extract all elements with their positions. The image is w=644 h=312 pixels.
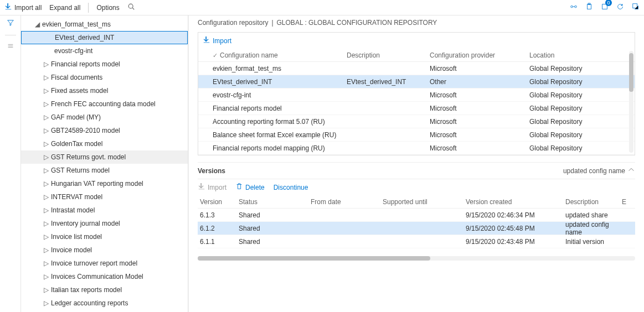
- col-version-description[interactable]: Description: [565, 198, 622, 206]
- tree-label: Fixed assets model: [51, 87, 108, 95]
- cell-provider: Microsoft: [430, 65, 529, 72]
- list-icon[interactable]: [7, 42, 14, 51]
- versions-delete-button[interactable]: Delete: [235, 183, 265, 192]
- tree-item[interactable]: evostr-cfg-int: [21, 44, 188, 58]
- chevron-right-icon[interactable]: ▷: [42, 220, 50, 227]
- table-row[interactable]: 6.1.3 Shared 9/15/2020 02:46:34 PM updat…: [198, 209, 635, 222]
- repo-import-button[interactable]: Import: [203, 36, 231, 45]
- link-icon[interactable]: [570, 3, 578, 12]
- cell-config-name: Balance sheet format Excel example (RU): [203, 131, 347, 139]
- versions-delete-label: Delete: [245, 184, 265, 191]
- notification-icon[interactable]: [601, 3, 609, 12]
- col-version-created[interactable]: Version created: [466, 198, 565, 206]
- tree-item[interactable]: ◢evkien_format_test_ms: [21, 18, 188, 31]
- chevron-right-icon[interactable]: ▷: [42, 100, 50, 108]
- col-version[interactable]: Version: [200, 198, 239, 206]
- horizontal-scrollbar[interactable]: [198, 256, 635, 261]
- tree-item[interactable]: ▷Financial reports model: [21, 58, 188, 71]
- table-row[interactable]: Balance sheet format Excel example (RU) …: [198, 128, 635, 142]
- chevron-right-icon[interactable]: ▷: [42, 193, 50, 201]
- chevron-right-icon[interactable]: ▷: [42, 286, 50, 294]
- scroll-thumb[interactable]: [629, 53, 633, 92]
- tree: ◢evkien_format_test_msEVtest_derived_INT…: [21, 18, 188, 312]
- chevron-right-icon[interactable]: ▷: [42, 167, 50, 174]
- versions-import-button[interactable]: Import: [198, 183, 226, 192]
- chevron-right-icon[interactable]: ▷: [42, 113, 50, 121]
- tree-item[interactable]: ▷French FEC accounting data model: [21, 97, 188, 111]
- expand-all-button[interactable]: Expand all: [49, 4, 80, 12]
- tree-label: Intrastat model: [51, 206, 95, 214]
- tree-item[interactable]: ▷Invoices Communication Model: [21, 270, 188, 283]
- cell-version-created: 9/15/2020 02:43:48 PM: [466, 238, 565, 246]
- chevron-right-icon[interactable]: ▷: [42, 153, 50, 161]
- tree-item[interactable]: ▷INTERVAT model: [21, 190, 188, 204]
- col-e[interactable]: E: [622, 198, 633, 206]
- versions-title: Versions: [198, 167, 225, 175]
- table-row[interactable]: 6.1.1 Shared 9/15/2020 02:43:48 PM Initi…: [198, 235, 635, 248]
- tree-item[interactable]: ▷Invoice turnover report model: [21, 257, 188, 270]
- chevron-right-icon[interactable]: ▷: [42, 259, 50, 267]
- tree-item[interactable]: ▷Italian tax reports model: [21, 283, 188, 297]
- cell-provider: Microsoft: [430, 144, 529, 152]
- table-row[interactable]: evkien_format_test_ms Microsoft Global R…: [198, 62, 635, 75]
- clipboard-icon[interactable]: [585, 3, 593, 12]
- chevron-right-icon[interactable]: ▷: [42, 206, 50, 214]
- tree-item[interactable]: ▷Intrastat model: [21, 204, 188, 217]
- chevron-right-icon[interactable]: ▷: [42, 299, 50, 307]
- search-button[interactable]: [127, 3, 135, 12]
- repo-breadcrumb: Configuration repository | GLOBAL : GLOB…: [189, 15, 644, 30]
- import-all-button[interactable]: Import all: [4, 3, 42, 12]
- col-location[interactable]: Location: [529, 51, 630, 59]
- tree-item[interactable]: ▷Inventory journal model: [21, 217, 188, 230]
- col-description[interactable]: Description: [347, 51, 430, 59]
- table-row[interactable]: Financial reports model mapping (RU) Mic…: [198, 142, 635, 155]
- chevron-down-icon[interactable]: ◢: [33, 20, 41, 28]
- tree-item[interactable]: ▷Invoice list model: [21, 230, 188, 243]
- tree-item[interactable]: ▷Ledger accounting reports: [21, 297, 188, 310]
- table-row[interactable]: Accounting reporting format 5.07 (RU) Mi…: [198, 115, 635, 128]
- chevron-right-icon[interactable]: ▷: [42, 273, 50, 280]
- left-rail: [0, 15, 21, 312]
- col-provider[interactable]: Configuration provider: [430, 51, 529, 59]
- versions-discontinue-button[interactable]: Discontinue: [274, 183, 308, 192]
- tree-item[interactable]: ▷Invoice model: [21, 243, 188, 257]
- col-from-date[interactable]: From date: [311, 198, 383, 206]
- filter-icon[interactable]: [7, 19, 14, 28]
- table-row[interactable]: evostr-cfg-int Microsoft Global Reposito…: [198, 89, 635, 102]
- chevron-right-icon[interactable]: ▷: [42, 87, 50, 95]
- chevron-right-icon[interactable]: ▷: [42, 246, 50, 254]
- tree-item[interactable]: ▷Letter of credit model: [21, 310, 188, 312]
- col-status[interactable]: Status: [239, 198, 311, 206]
- tree-label: Invoice model: [51, 246, 92, 254]
- tree-item-selected[interactable]: EVtest_derived_INT: [21, 31, 188, 44]
- tree-label: GST Returns model: [51, 167, 110, 174]
- versions-toolbar: Import Delete Discontinue: [198, 179, 635, 195]
- col-supported-until[interactable]: Supported until: [383, 198, 466, 206]
- chevron-right-icon[interactable]: ▷: [42, 127, 50, 134]
- cell-version-description: updated config name: [565, 221, 622, 236]
- chevron-right-icon[interactable]: ▷: [42, 180, 50, 188]
- chevron-right-icon[interactable]: ▷: [42, 140, 50, 148]
- tree-item[interactable]: ▷Fixed assets model: [21, 84, 188, 97]
- tree-item[interactable]: ▷GAF model (MY): [21, 111, 188, 124]
- tree-item[interactable]: ▷Hungarian VAT reporting model: [21, 177, 188, 190]
- tree-item[interactable]: ▷GoldenTax model: [21, 137, 188, 150]
- chevron-up-icon[interactable]: [627, 166, 635, 175]
- col-config-name[interactable]: Configuration name: [203, 51, 347, 59]
- tree-label: evostr-cfg-int: [54, 47, 92, 55]
- chevron-right-icon[interactable]: ▷: [42, 60, 50, 68]
- popout-icon[interactable]: [632, 3, 640, 12]
- vertical-scrollbar[interactable]: [629, 51, 633, 153]
- table-row[interactable]: EVtest_derived_INT EVtest_derived_INT Ot…: [198, 75, 635, 89]
- tree-item[interactable]: ▷Fiscal documents: [21, 71, 188, 84]
- chevron-right-icon[interactable]: ▷: [42, 74, 50, 81]
- table-row[interactable]: Financial reports model Microsoft Global…: [198, 102, 635, 115]
- tree-item[interactable]: ▷GST Returns model: [21, 164, 188, 177]
- chevron-right-icon[interactable]: ▷: [42, 233, 50, 241]
- options-button[interactable]: Options: [96, 4, 119, 12]
- table-row[interactable]: 6.1.2 Shared 9/15/2020 02:45:48 PM updat…: [198, 222, 635, 235]
- tree-item[interactable]: ▷GST Returns govt. model: [21, 150, 188, 164]
- refresh-icon[interactable]: [616, 3, 624, 12]
- hscroll-thumb[interactable]: [198, 256, 430, 261]
- tree-item[interactable]: ▷GBT24589-2010 model: [21, 124, 188, 137]
